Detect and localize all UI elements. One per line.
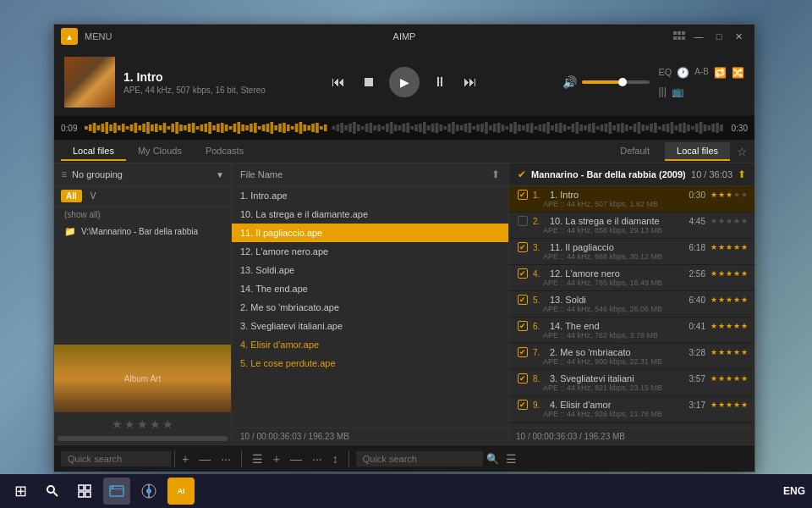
tab-my-clouds[interactable]: My Clouds — [126, 142, 194, 161]
collapse-button[interactable]: ⬆ — [491, 168, 500, 180]
list-add-button[interactable]: + — [270, 450, 283, 467]
favorite-button[interactable]: ☆ — [737, 145, 748, 158]
playlist-item-stars[interactable]: ★★★★★ — [710, 243, 748, 251]
prev-button[interactable]: ⏮ — [328, 72, 348, 92]
file-item[interactable]: 11. Il pagliaccio.ape — [232, 224, 508, 242]
playlist-item-check[interactable]: ✔ — [518, 268, 528, 279]
stop-button[interactable]: ⏹ — [359, 72, 379, 92]
file-item[interactable]: 3. Svegliatevi italiani.ape — [232, 317, 508, 335]
remove-button[interactable]: — — [195, 450, 214, 467]
rating-stars[interactable]: ★ ★ ★ ★ ★ — [54, 412, 231, 436]
more-button[interactable]: ··· — [217, 450, 234, 467]
list-remove-button[interactable]: — — [287, 450, 305, 467]
svg-rect-64 — [324, 124, 327, 131]
playlist-item-stars[interactable]: ★★★★★ — [710, 269, 748, 278]
file-item[interactable]: 5. Le cose perdute.ape — [232, 354, 508, 373]
playlist-item-stars[interactable]: ★★★★★ — [710, 348, 748, 356]
clock-icon[interactable]: 🕐 — [677, 67, 689, 79]
right-search-input[interactable] — [356, 451, 483, 467]
tab-podcasts[interactable]: Podcasts — [194, 142, 255, 161]
show-all-link[interactable]: (show all) — [54, 207, 231, 223]
playlist-item-stars[interactable]: ★★★★★ — [710, 217, 748, 225]
svg-rect-112 — [526, 124, 529, 132]
tab-default[interactable]: Default — [608, 142, 661, 161]
svg-rect-123 — [572, 124, 575, 132]
playlist-item[interactable]: ✔1.1. Intro0:30★★★★★APE :: 44 kHz, 507 k… — [509, 186, 754, 213]
list-sort-button[interactable]: ↕ — [329, 450, 342, 467]
taskbar-chrome[interactable] — [135, 478, 162, 505]
star-2[interactable]: ★ — [124, 417, 135, 431]
playlist-item-check[interactable]: ✔ — [518, 400, 528, 410]
file-item[interactable]: 2. Me so 'mbriacato.ape — [232, 298, 508, 317]
playlist-item-check[interactable] — [518, 216, 528, 226]
svg-rect-10 — [102, 124, 105, 132]
left-search-input[interactable] — [61, 451, 171, 467]
video-icon[interactable]: 📺 — [672, 86, 684, 97]
taskbar-task-view[interactable] — [71, 478, 98, 505]
list-more-button[interactable]: ··· — [309, 450, 326, 467]
shuffle-button[interactable]: 🔀 — [732, 67, 744, 79]
repeat-button[interactable]: 🔁 — [714, 67, 727, 79]
playlist-item-stars[interactable]: ★★★★★ — [710, 322, 748, 330]
taskbar-aimp[interactable]: AI — [167, 478, 195, 505]
playlist-item[interactable]: ✔5.13. Soldi6:40★★★★★APE :: 44 kHz, 546 … — [509, 291, 754, 318]
taskbar-search[interactable] — [39, 478, 66, 505]
file-item[interactable]: 14. The end.ape — [232, 279, 508, 298]
progress-bar[interactable]: 0:09 — [54, 116, 754, 140]
playlist-item[interactable]: ✔9.4. Elisir d'amor3:17★★★★★APE :: 44 kH… — [509, 396, 754, 422]
star-1[interactable]: ★ — [112, 417, 123, 431]
star-4[interactable]: ★ — [150, 417, 161, 431]
playlist-item-stars[interactable]: ★★★★★ — [710, 374, 748, 383]
list-view-button[interactable]: ☰ — [249, 450, 266, 467]
playlist-item-check[interactable]: ✔ — [518, 242, 528, 252]
add-button[interactable]: + — [178, 450, 192, 467]
horizontal-scrollbar[interactable] — [58, 436, 228, 441]
file-item[interactable]: 4. Elisir d'amor.ape — [232, 335, 508, 354]
file-item[interactable]: 10. La strega e il diamante.ape — [232, 205, 508, 224]
menu-button[interactable]: MENU — [85, 31, 112, 41]
volume-bar[interactable] — [582, 80, 650, 84]
tab-local-files[interactable]: Local files — [61, 142, 126, 161]
minimize-button[interactable]: — — [690, 30, 707, 43]
file-item[interactable]: 13. Soldi.ape — [232, 261, 508, 279]
grid-button[interactable] — [672, 30, 687, 41]
playlist-item[interactable]: 2.10. La strega e il diamante4:45★★★★★AP… — [509, 213, 754, 239]
playlist-item-stars[interactable]: ★★★★★ — [710, 190, 748, 199]
waveform[interactable] — [85, 119, 724, 136]
playlist-expand-button[interactable]: ⬆ — [738, 168, 746, 180]
svg-rect-153 — [695, 124, 699, 132]
playlist-item-check[interactable]: ✔ — [518, 190, 528, 200]
search-icon[interactable]: 🔍 — [486, 453, 499, 465]
next-button[interactable]: ⏭ — [460, 72, 480, 92]
ab-repeat-button[interactable]: A-B — [694, 67, 709, 79]
filter-all-button[interactable]: All — [61, 190, 82, 202]
playlist-item[interactable]: ✔8.3. Svegliatevi italiani3:57★★★★★APE :… — [509, 370, 754, 396]
restore-button[interactable]: □ — [710, 30, 727, 43]
playlist-item-stars[interactable]: ★★★★★ — [710, 295, 748, 304]
playlist-item-check[interactable]: ✔ — [518, 295, 528, 305]
filter-v-button[interactable]: V — [87, 190, 100, 202]
file-item[interactable]: 12. L'amore nero.ape — [232, 242, 508, 261]
playlist-item[interactable]: ✔7.2. Me so 'mbriacato3:28★★★★★APE :: 44… — [509, 344, 754, 370]
grouping-dropdown[interactable]: ▼ — [216, 170, 224, 179]
playlist-item-stars[interactable]: ★★★★★ — [710, 400, 748, 409]
start-button[interactable]: ⊞ — [7, 478, 34, 505]
pause-button[interactable]: ⏸ — [430, 72, 450, 92]
star-3[interactable]: ★ — [137, 417, 148, 431]
search-options-button[interactable]: ☰ — [502, 450, 520, 467]
playlist-item[interactable]: ✔6.14. The end0:41★★★★★APE :: 44 kHz, 76… — [509, 318, 754, 344]
playlist-item[interactable]: ✔3.11. Il pagliaccio6:18★★★★★APE :: 44 k… — [509, 239, 754, 265]
playlist-item-check[interactable]: ✔ — [518, 347, 528, 357]
star-5[interactable]: ★ — [162, 417, 173, 431]
folder-item[interactable]: 📁 V:\Mannarino - Bar della rabbia — [54, 223, 231, 240]
playlist-item[interactable]: ✔4.12. L'amore nero2:56★★★★★APE :: 44 kH… — [509, 265, 754, 291]
tab-local-files-right[interactable]: Local files — [665, 142, 730, 161]
playlist-item-check[interactable]: ✔ — [518, 321, 528, 331]
file-item[interactable]: 1. Intro.ape — [232, 186, 508, 205]
taskbar-explorer[interactable] — [103, 478, 130, 505]
close-button[interactable]: ✕ — [731, 30, 748, 43]
mixer-icon[interactable]: ||| — [658, 86, 666, 97]
playlist-item-check[interactable]: ✔ — [518, 373, 528, 384]
play-button[interactable]: ▶ — [389, 67, 420, 97]
eq-button[interactable]: EQ — [658, 67, 672, 79]
